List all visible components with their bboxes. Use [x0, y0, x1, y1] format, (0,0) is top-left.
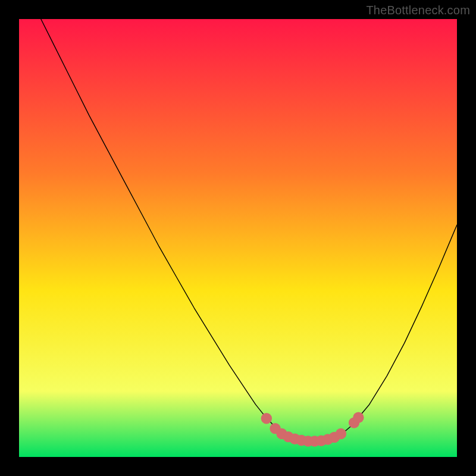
optimal-marker [261, 413, 272, 424]
chart-frame: TheBottleneck.com [0, 0, 476, 476]
watermark-text: TheBottleneck.com [366, 4, 470, 17]
optimal-marker [353, 412, 364, 423]
bottleneck-chart [19, 19, 457, 457]
optimal-marker [336, 428, 346, 439]
gradient-background [19, 19, 457, 457]
